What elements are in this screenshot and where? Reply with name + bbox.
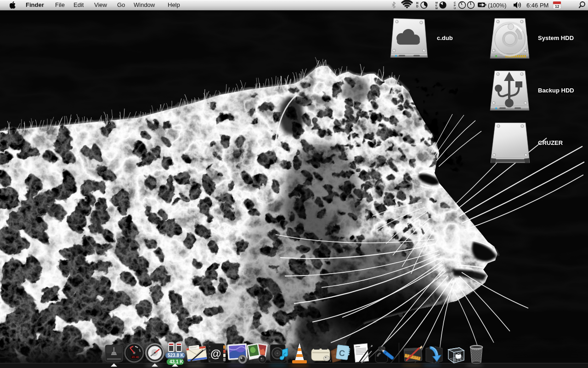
- svg-text:6:46 PM: 6:46 PM: [526, 2, 548, 9]
- svg-text:C: C: [339, 348, 345, 358]
- svg-text:(100%): (100%): [488, 2, 506, 9]
- svg-text:23.88: 23.88: [132, 356, 139, 359]
- svg-text:H: H: [416, 1, 418, 5]
- svg-text:@: @: [210, 347, 221, 360]
- svg-text:523.8 K: 523.8 K: [168, 353, 184, 358]
- svg-text:M: M: [435, 7, 438, 10]
- svg-text:D: D: [416, 5, 418, 8]
- svg-text:U: U: [454, 7, 456, 10]
- svg-text:12: 12: [555, 4, 560, 9]
